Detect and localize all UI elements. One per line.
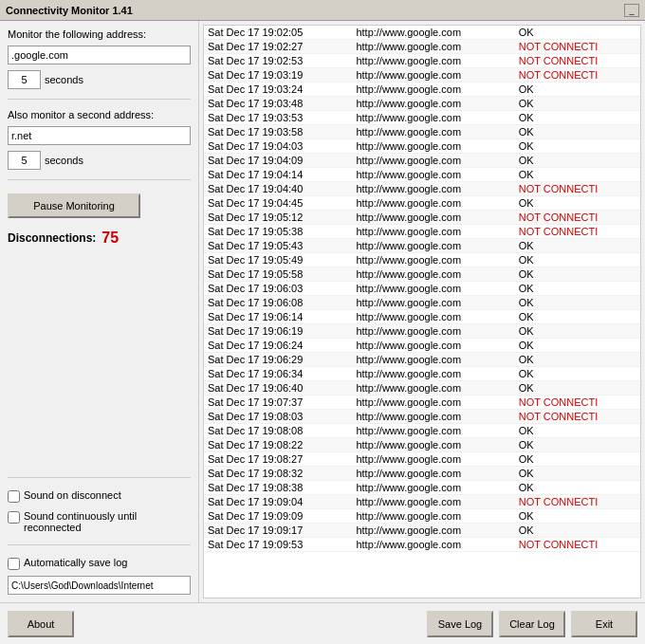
log-datetime: Sat Dec 17 19:05:58 bbox=[204, 267, 352, 282]
divider-1 bbox=[8, 99, 191, 100]
table-row: Sat Dec 17 19:08:08http://www.google.com… bbox=[204, 424, 640, 438]
log-datetime: Sat Dec 17 19:06:08 bbox=[204, 296, 352, 310]
auto-save-checkbox[interactable] bbox=[8, 558, 20, 570]
left-panel: Monitor the following address: seconds A… bbox=[0, 21, 199, 602]
table-row: Sat Dec 17 19:06:14http://www.google.com… bbox=[204, 310, 640, 324]
save-path-input[interactable] bbox=[8, 576, 191, 595]
log-status: OK bbox=[515, 282, 640, 296]
log-url: http://www.google.com bbox=[352, 26, 514, 40]
sound-continuous-label: Sound continuously until reconnected bbox=[24, 510, 191, 533]
log-table-wrapper[interactable]: Sat Dec 17 19:02:05http://www.google.com… bbox=[203, 25, 641, 598]
disconnections-label: Disconnections: bbox=[8, 231, 96, 245]
table-row: Sat Dec 17 19:03:19http://www.google.com… bbox=[204, 68, 640, 83]
secondary-interval-input[interactable] bbox=[8, 151, 41, 170]
log-status: OK bbox=[515, 267, 640, 282]
log-status: OK bbox=[515, 324, 640, 339]
log-url: http://www.google.com bbox=[352, 310, 514, 324]
log-status: OK bbox=[515, 97, 640, 111]
pause-monitoring-button[interactable]: Pause Monitoring bbox=[8, 193, 140, 218]
log-status: NOT CONNECTI bbox=[515, 182, 640, 196]
table-row: Sat Dec 17 19:06:40http://www.google.com… bbox=[204, 381, 640, 396]
log-status: NOT CONNECTI bbox=[515, 211, 640, 225]
log-status: OK bbox=[515, 296, 640, 310]
table-row: Sat Dec 17 19:05:49http://www.google.com… bbox=[204, 253, 640, 267]
bottom-left-buttons: About bbox=[8, 611, 74, 637]
log-datetime: Sat Dec 17 19:06:40 bbox=[204, 381, 352, 396]
log-status: NOT CONNECTI bbox=[515, 68, 640, 83]
sound-disconnect-checkbox[interactable] bbox=[8, 490, 20, 503]
table-row: Sat Dec 17 19:08:32http://www.google.com… bbox=[204, 467, 640, 481]
log-status: OK bbox=[515, 139, 640, 154]
log-status: OK bbox=[515, 367, 640, 381]
table-row: Sat Dec 17 19:02:27http://www.google.com… bbox=[204, 40, 640, 54]
log-status: OK bbox=[515, 196, 640, 211]
sound-continuous-row: Sound continuously until reconnected bbox=[8, 510, 191, 533]
log-datetime: Sat Dec 17 19:05:12 bbox=[204, 211, 352, 225]
log-url: http://www.google.com bbox=[352, 253, 514, 267]
log-url: http://www.google.com bbox=[352, 168, 514, 182]
minimize-button[interactable]: _ bbox=[624, 4, 639, 17]
log-datetime: Sat Dec 17 19:02:53 bbox=[204, 54, 352, 68]
log-url: http://www.google.com bbox=[352, 125, 514, 139]
log-datetime: Sat Dec 17 19:04:03 bbox=[204, 139, 352, 154]
log-datetime: Sat Dec 17 19:03:58 bbox=[204, 125, 352, 139]
table-row: Sat Dec 17 19:08:03http://www.google.com… bbox=[204, 410, 640, 424]
log-datetime: Sat Dec 17 19:02:05 bbox=[204, 26, 352, 40]
log-datetime: Sat Dec 17 19:06:03 bbox=[204, 282, 352, 296]
primary-interval-label: seconds bbox=[45, 74, 83, 85]
log-status: NOT CONNECTI bbox=[515, 54, 640, 68]
log-datetime: Sat Dec 17 19:05:38 bbox=[204, 225, 352, 239]
table-row: Sat Dec 17 19:06:24http://www.google.com… bbox=[204, 339, 640, 353]
disconnections-row: Disconnections: 75 bbox=[8, 230, 191, 247]
log-status: OK bbox=[515, 125, 640, 139]
log-url: http://www.google.com bbox=[352, 211, 514, 225]
log-url: http://www.google.com bbox=[352, 509, 514, 524]
table-row: Sat Dec 17 19:05:12http://www.google.com… bbox=[204, 211, 640, 225]
log-table: Sat Dec 17 19:02:05http://www.google.com… bbox=[204, 26, 640, 552]
log-url: http://www.google.com bbox=[352, 452, 514, 467]
log-status: OK bbox=[515, 253, 640, 267]
primary-interval-input[interactable] bbox=[8, 70, 41, 89]
log-datetime: Sat Dec 17 19:02:27 bbox=[204, 40, 352, 54]
table-row: Sat Dec 17 19:03:48http://www.google.com… bbox=[204, 97, 640, 111]
log-status: OK bbox=[515, 239, 640, 253]
log-url: http://www.google.com bbox=[352, 381, 514, 396]
log-status: OK bbox=[515, 353, 640, 367]
table-row: Sat Dec 17 19:08:22http://www.google.com… bbox=[204, 438, 640, 452]
log-datetime: Sat Dec 17 19:04:40 bbox=[204, 182, 352, 196]
log-status: NOT CONNECTI bbox=[515, 495, 640, 509]
secondary-interval-label: seconds bbox=[45, 155, 83, 166]
log-datetime: Sat Dec 17 19:08:08 bbox=[204, 424, 352, 438]
table-row: Sat Dec 17 19:04:09http://www.google.com… bbox=[204, 154, 640, 168]
table-row: Sat Dec 17 19:04:03http://www.google.com… bbox=[204, 139, 640, 154]
log-status: NOT CONNECTI bbox=[515, 396, 640, 410]
log-datetime: Sat Dec 17 19:08:22 bbox=[204, 438, 352, 452]
exit-button[interactable]: Exit bbox=[571, 611, 637, 637]
table-row: Sat Dec 17 19:06:08http://www.google.com… bbox=[204, 296, 640, 310]
secondary-address-input[interactable] bbox=[8, 126, 191, 145]
log-datetime: Sat Dec 17 19:09:17 bbox=[204, 524, 352, 538]
about-button[interactable]: About bbox=[8, 611, 74, 637]
log-status: OK bbox=[515, 524, 640, 538]
primary-address-input[interactable] bbox=[8, 46, 191, 64]
app-title: Connectivity Monitor 1.41 bbox=[6, 5, 133, 16]
log-url: http://www.google.com bbox=[352, 324, 514, 339]
main-content: Monitor the following address: seconds A… bbox=[0, 21, 645, 602]
log-url: http://www.google.com bbox=[352, 410, 514, 424]
clear-log-button[interactable]: Clear Log bbox=[499, 611, 565, 637]
table-row: Sat Dec 17 19:04:40http://www.google.com… bbox=[204, 182, 640, 196]
log-status: NOT CONNECTI bbox=[515, 40, 640, 54]
log-datetime: Sat Dec 17 19:09:53 bbox=[204, 538, 352, 552]
sound-continuous-checkbox[interactable] bbox=[8, 511, 20, 524]
table-row: Sat Dec 17 19:06:29http://www.google.com… bbox=[204, 353, 640, 367]
log-url: http://www.google.com bbox=[352, 367, 514, 381]
log-panel: Sat Dec 17 19:02:05http://www.google.com… bbox=[199, 21, 645, 602]
table-row: Sat Dec 17 19:05:43http://www.google.com… bbox=[204, 239, 640, 253]
table-row: Sat Dec 17 19:03:53http://www.google.com… bbox=[204, 111, 640, 125]
save-log-button[interactable]: Save Log bbox=[427, 611, 493, 637]
log-url: http://www.google.com bbox=[352, 111, 514, 125]
table-row: Sat Dec 17 19:03:58http://www.google.com… bbox=[204, 125, 640, 139]
log-url: http://www.google.com bbox=[352, 467, 514, 481]
log-url: http://www.google.com bbox=[352, 282, 514, 296]
log-status: OK bbox=[515, 339, 640, 353]
